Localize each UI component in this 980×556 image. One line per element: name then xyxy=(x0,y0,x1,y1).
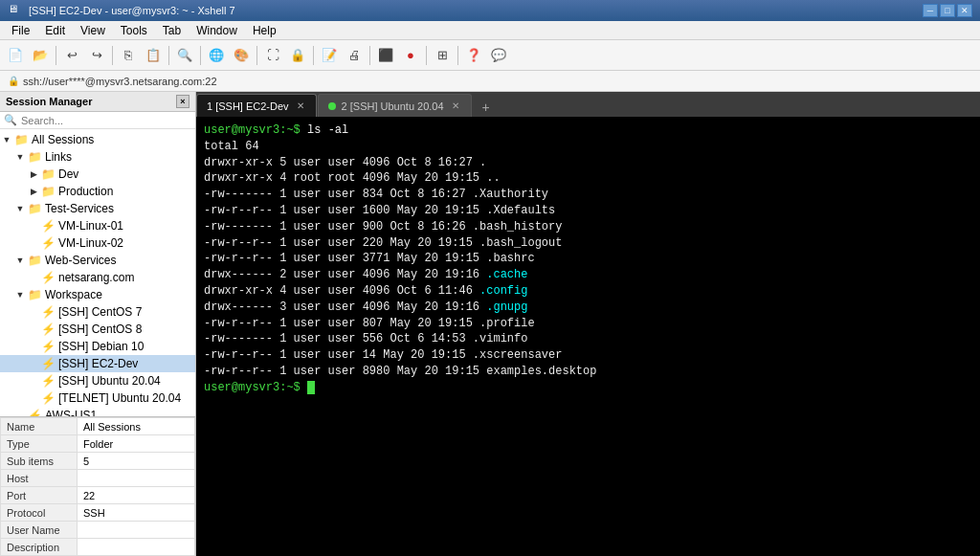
main-layout: Session Manager × 🔍 ▼📁All Sessions▼📁Link… xyxy=(0,92,980,556)
color-button[interactable]: 🎨 xyxy=(230,44,253,67)
tree-item-centos8[interactable]: ⚡[SSH] CentOS 8 xyxy=(0,321,195,338)
prop-value xyxy=(78,522,195,539)
tree-expand-icon xyxy=(27,391,40,405)
prop-row: Port22 xyxy=(1,487,195,504)
session-panel-close[interactable]: × xyxy=(176,95,189,108)
tree-expand-icon[interactable]: ▼ xyxy=(13,288,27,301)
new-session-button[interactable]: 📄 xyxy=(4,44,27,67)
session-icon: ⚡ xyxy=(40,304,56,320)
tree-label: [TELNET] Ubuntu 20.04 xyxy=(58,391,181,405)
tree-item-web-services[interactable]: ▼📁Web-Services xyxy=(0,252,195,269)
session-panel: Session Manager × 🔍 ▼📁All Sessions▼📁Link… xyxy=(0,92,196,556)
globe-button[interactable]: 🌐 xyxy=(205,44,228,67)
tab-ubuntu-label: 2 [SSH] Ubuntu 20.04 xyxy=(342,100,444,112)
minimize-button[interactable]: ─ xyxy=(923,4,938,17)
tree-item-test-services[interactable]: ▼📁Test-Services xyxy=(0,200,195,217)
tree-label: [SSH] Ubuntu 20.04 xyxy=(58,374,161,388)
tree-item-production[interactable]: ▶📁Production xyxy=(0,183,195,200)
session-icon: ⚡ xyxy=(40,235,56,251)
tree-item-debian10[interactable]: ⚡[SSH] Debian 10 xyxy=(0,338,195,355)
menu-view[interactable]: View xyxy=(73,22,113,39)
tab-ubuntu[interactable]: 2 [SSH] Ubuntu 20.04 ✕ xyxy=(318,94,472,117)
tab-ubuntu-close[interactable]: ✕ xyxy=(450,100,461,111)
tree-expand-icon[interactable]: ▶ xyxy=(27,167,40,181)
terminal-output-line: -rw-r--r-- 1 user user 807 May 20 19:15 … xyxy=(204,316,972,332)
tree-expand-icon xyxy=(27,322,40,336)
print-button[interactable]: 🖨 xyxy=(343,44,366,67)
tree-label: Links xyxy=(45,150,72,164)
tree-expand-icon[interactable]: ▼ xyxy=(13,202,27,215)
tree-label: AWS-US1 xyxy=(45,409,97,416)
tree-item-aws-us1[interactable]: ⚡AWS-US1 xyxy=(0,407,195,416)
find-button[interactable]: 🔍 xyxy=(173,44,196,67)
tree-item-ec2dev[interactable]: ⚡[SSH] EC2-Dev xyxy=(0,355,195,372)
menu-edit[interactable]: Edit xyxy=(37,22,73,39)
open-button[interactable]: 📂 xyxy=(29,44,52,67)
tree-item-telnet-ubuntu[interactable]: ⚡[TELNET] Ubuntu 20.04 xyxy=(0,389,195,407)
sep9 xyxy=(457,46,458,65)
session-search: 🔍 xyxy=(0,112,195,129)
script-button[interactable]: 📝 xyxy=(318,44,341,67)
session-search-input[interactable] xyxy=(21,115,191,126)
tree-item-centos7[interactable]: ⚡[SSH] CentOS 7 xyxy=(0,303,195,321)
prop-key: Protocol xyxy=(1,504,78,522)
sep1 xyxy=(56,46,56,65)
toolbar: 📄 📂 ↩ ↪ ⎘ 📋 🔍 🌐 🎨 ⛶ 🔒 📝 🖨 ⬛ ● ⊞ ❓ 💬 xyxy=(0,40,980,71)
prop-row: NameAll Sessions xyxy=(1,418,195,435)
tree-item-netsarang[interactable]: ⚡netsarang.com xyxy=(0,269,195,286)
tab-ec2dev[interactable]: 1 [SSH] EC2-Dev ✕ xyxy=(196,94,317,117)
sep5 xyxy=(256,46,257,65)
prop-key: Port xyxy=(1,487,78,504)
help-button[interactable]: ❓ xyxy=(462,44,485,67)
session-tree[interactable]: ▼📁All Sessions▼📁Links▶📁Dev▶📁Production▼📁… xyxy=(0,129,195,416)
window-controls[interactable]: ─ □ ✕ xyxy=(923,4,972,17)
menu-window[interactable]: Window xyxy=(189,22,245,39)
tree-expand-icon[interactable]: ▼ xyxy=(0,133,13,146)
terminal-content[interactable]: user@mysvr3:~$ ls -altotal 64drwxr-xr-x … xyxy=(196,117,980,556)
menu-tools[interactable]: Tools xyxy=(113,22,155,39)
terminal-output-line: drwx------ 2 user user 4096 May 20 19:16… xyxy=(204,267,972,283)
tree-expand-icon[interactable]: ▼ xyxy=(13,150,27,164)
terminal-command-line: user@mysvr3:~$ ls -al xyxy=(204,122,972,139)
menu-tab[interactable]: Tab xyxy=(155,22,189,39)
folder-icon: 📁 xyxy=(27,253,42,268)
close-button[interactable]: ✕ xyxy=(957,4,972,17)
app-icon: 🖥 xyxy=(8,3,23,18)
new-tab-button[interactable]: + xyxy=(477,98,496,117)
tree-expand-icon[interactable]: ▶ xyxy=(27,185,40,198)
menu-help[interactable]: Help xyxy=(245,22,284,39)
prop-value xyxy=(78,470,195,487)
maximize-button[interactable]: □ xyxy=(940,4,955,17)
expand-button[interactable]: ⛶ xyxy=(261,44,284,67)
prop-value: Folder xyxy=(78,435,195,453)
lock-button[interactable]: 🔒 xyxy=(286,44,309,67)
tab-ec2dev-close[interactable]: ✕ xyxy=(295,100,306,111)
tree-label: Workspace xyxy=(45,288,102,301)
cursor xyxy=(307,381,315,394)
forward-button[interactable]: ↪ xyxy=(85,44,108,67)
back-button[interactable]: ↩ xyxy=(60,44,83,67)
tree-item-vm-linux-01[interactable]: ⚡VM-Linux-01 xyxy=(0,217,195,234)
tree-label: VM-Linux-01 xyxy=(58,219,123,233)
tree-expand-icon xyxy=(27,271,40,284)
terminal-output-line: total 64 xyxy=(204,139,972,155)
menu-file[interactable]: File xyxy=(4,22,37,39)
tree-label: Test-Services xyxy=(45,202,114,215)
record-button[interactable]: ● xyxy=(399,44,422,67)
tree-expand-icon[interactable]: ▼ xyxy=(13,254,27,267)
properties-panel: NameAll SessionsTypeFolderSub items5Host… xyxy=(0,416,195,556)
tree-item-dev[interactable]: ▶📁Dev xyxy=(0,166,195,183)
tree-item-links[interactable]: ▼📁Links xyxy=(0,148,195,166)
paste-button[interactable]: 📋 xyxy=(142,44,165,67)
tree-item-all-sessions[interactable]: ▼📁All Sessions xyxy=(0,131,195,148)
grid-button[interactable]: ⊞ xyxy=(431,44,454,67)
tree-item-ubuntu2004[interactable]: ⚡[SSH] Ubuntu 20.04 xyxy=(0,372,195,389)
tree-item-vm-linux-02[interactable]: ⚡VM-Linux-02 xyxy=(0,234,195,252)
copy-button[interactable]: ⎘ xyxy=(117,44,140,67)
prop-key: Type xyxy=(1,435,78,453)
terminal-output-line: drwxr-xr-x 4 root root 4096 May 20 19:15… xyxy=(204,170,972,187)
tree-label: Production xyxy=(58,185,113,198)
chat-button[interactable]: 💬 xyxy=(487,44,510,67)
stop-button[interactable]: ⬛ xyxy=(374,44,397,67)
tree-item-workspace[interactable]: ▼📁Workspace xyxy=(0,286,195,303)
